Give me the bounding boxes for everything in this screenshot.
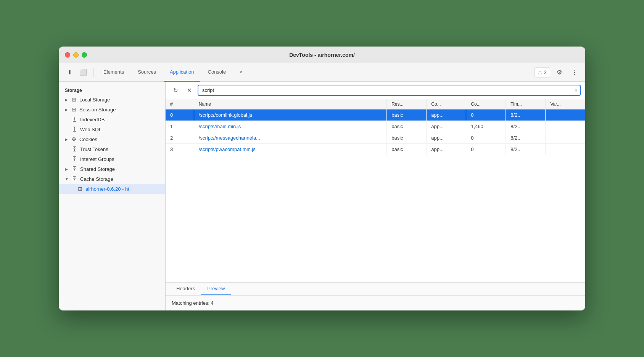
warning-icon: ⚠ <box>538 69 543 76</box>
maximize-button[interactable] <box>82 52 87 58</box>
toolbar-right: ⚠ 2 ⚙ ⋮ <box>534 66 581 79</box>
sidebar-item-web-sql[interactable]: ▶ 🗄 Web SQL <box>59 124 165 134</box>
tab-more[interactable]: » <box>233 63 248 82</box>
cell-name: /scripts/main.min.js <box>194 121 386 132</box>
cookies-label: Cookies <box>79 137 97 142</box>
window-title: DevTools - airhorner.com/ <box>289 52 355 58</box>
cell-var <box>546 144 585 155</box>
bottom-panel: Headers Preview Matching entries: 4 <box>166 282 585 310</box>
cell-co1: app... <box>427 132 466 144</box>
sidebar-item-trust-tokens[interactable]: ▶ 🗄 Trust Tokens <box>59 144 165 154</box>
db-icon: 🗄 <box>72 156 77 162</box>
table-row[interactable]: 0/scripts/comlink.global.jsbasicapp...08… <box>166 109 585 121</box>
cell-co2: 1,460 <box>466 121 506 132</box>
cell-co1: app... <box>427 109 466 121</box>
table-header-row: # Name Res... Co... Co... Tim... Var... <box>166 99 585 109</box>
warning-count: 2 <box>544 70 547 75</box>
clear-search-icon[interactable]: × <box>575 87 578 93</box>
main-content: Storage ▶ ⊞ Local Storage ▶ ⊞ Session St… <box>59 82 585 310</box>
grid-icon: ⊞ <box>72 96 76 103</box>
expand-arrow-icon: ▼ <box>65 177 69 181</box>
cache-table: # Name Res... Co... Co... Tim... Var... … <box>166 99 585 282</box>
cell-name: /scripts/pwacompat.min.js <box>194 144 386 155</box>
expand-arrow-icon: ▶ <box>65 98 69 102</box>
matching-entries-status: Matching entries: 4 <box>172 300 214 306</box>
cell-co2: 0 <box>466 109 506 121</box>
warning-badge[interactable]: ⚠ 2 <box>534 68 550 77</box>
bottom-tabs: Headers Preview <box>166 283 585 296</box>
search-input-wrap: × <box>198 85 581 96</box>
cell-name: /scripts/comlink.global.js <box>194 109 386 121</box>
shared-storage-label: Shared Storage <box>80 166 115 172</box>
sidebar-item-cookies[interactable]: ▶ ✤ Cookies <box>59 134 165 144</box>
tab-application[interactable]: Application <box>164 63 200 82</box>
cell-res: basic <box>387 121 427 132</box>
sidebar-item-interest-groups[interactable]: ▶ 🗄 Interest Groups <box>59 154 165 164</box>
sidebar-item-local-storage[interactable]: ▶ ⊞ Local Storage <box>59 95 165 105</box>
cell-tim: 8/2... <box>506 132 546 144</box>
cell-res: basic <box>387 144 427 155</box>
session-storage-label: Session Storage <box>79 107 116 113</box>
cell-tim: 8/2... <box>506 144 546 155</box>
db-icon: 🗄 <box>72 116 77 122</box>
cursor-icon[interactable]: ⬆ <box>63 66 76 79</box>
cell-hash: 2 <box>166 132 194 144</box>
col-header-name: Name <box>194 99 386 109</box>
more-options-icon[interactable]: ⋮ <box>568 66 581 79</box>
cell-var <box>546 132 585 144</box>
settings-icon[interactable]: ⚙ <box>553 66 565 79</box>
sidebar-item-cache-storage[interactable]: ▼ 🗄 Cache Storage <box>59 174 165 184</box>
col-header-co2: Co... <box>466 99 506 109</box>
grid-icon: ⊞ <box>72 106 76 113</box>
cell-tim: 8/2... <box>506 109 546 121</box>
table-row[interactable]: 1/scripts/main.min.jsbasicapp...1,4608/2… <box>166 121 585 132</box>
cell-co2: 0 <box>466 132 506 144</box>
db-icon: 🗄 <box>72 176 77 182</box>
interest-groups-label: Interest Groups <box>80 156 114 162</box>
db-icon: 🗄 <box>72 166 77 172</box>
cell-var <box>546 109 585 121</box>
table-row[interactable]: 2/scripts/messagechannela...basicapp...0… <box>166 132 585 144</box>
sidebar-item-shared-storage[interactable]: ▶ 🗄 Shared Storage <box>59 164 165 174</box>
web-sql-label: Web SQL <box>80 127 101 132</box>
minimize-button[interactable] <box>73 52 79 58</box>
grid-icon: ⊞ <box>78 186 82 192</box>
search-bar: ↻ ✕ × <box>166 82 585 99</box>
refresh-button[interactable]: ↻ <box>170 85 181 96</box>
cell-hash: 3 <box>166 144 194 155</box>
cache-storage-label: Cache Storage <box>80 176 113 182</box>
expand-arrow-icon: ▶ <box>65 137 69 142</box>
tab-sources[interactable]: Sources <box>132 63 162 82</box>
search-input[interactable] <box>198 85 580 95</box>
tab-elements[interactable]: Elements <box>97 63 130 82</box>
cell-hash: 1 <box>166 121 194 132</box>
cell-name: /scripts/messagechannela... <box>194 132 386 144</box>
sidebar: Storage ▶ ⊞ Local Storage ▶ ⊞ Session St… <box>59 82 166 310</box>
cell-co2: 0 <box>466 144 506 155</box>
tab-headers[interactable]: Headers <box>170 283 201 295</box>
separator <box>93 68 93 77</box>
sidebar-item-cache-item[interactable]: ▶ ⊞ airhorner-0.6.20 - ht <box>59 184 165 194</box>
bottom-content: Matching entries: 4 <box>166 296 585 310</box>
close-button[interactable] <box>65 52 70 58</box>
cell-hash: 0 <box>166 109 194 121</box>
tab-preview[interactable]: Preview <box>201 283 231 295</box>
col-header-var: Var... <box>546 99 585 109</box>
tab-console[interactable]: Console <box>202 63 232 82</box>
table-row[interactable]: 3/scripts/pwacompat.min.jsbasicapp...08/… <box>166 144 585 155</box>
cell-co1: app... <box>427 121 466 132</box>
sidebar-item-indexeddb[interactable]: ▶ 🗄 IndexedDB <box>59 114 165 124</box>
db-icon: 🗄 <box>72 126 77 132</box>
trust-tokens-label: Trust Tokens <box>80 146 108 152</box>
local-storage-label: Local Storage <box>79 97 110 103</box>
cell-res: basic <box>387 109 427 121</box>
toolbar: ⬆ ⬜ Elements Sources Application Console… <box>59 63 585 82</box>
cancel-button[interactable]: ✕ <box>184 85 195 96</box>
sidebar-item-session-storage[interactable]: ▶ ⊞ Session Storage <box>59 105 165 114</box>
col-header-co1: Co... <box>427 99 466 109</box>
inspect-icon[interactable]: ⬜ <box>77 66 89 79</box>
col-header-tim: Tim... <box>506 99 546 109</box>
main-panel: ↻ ✕ × # Name Res... Co... Co <box>166 82 585 310</box>
titlebar: DevTools - airhorner.com/ <box>59 47 585 63</box>
cache-item-label: airhorner-0.6.20 - ht <box>85 186 129 192</box>
